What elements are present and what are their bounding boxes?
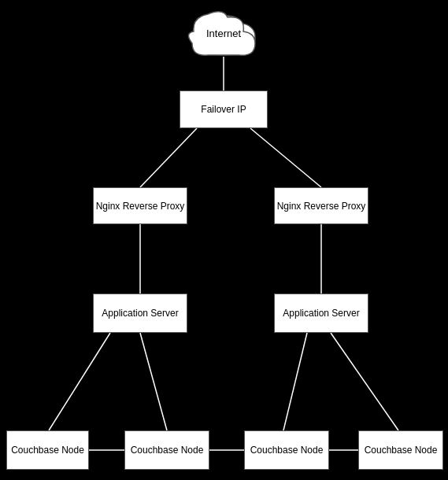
- couch4-label: Couchbase Node: [365, 445, 438, 456]
- couchbase-node-2: Couchbase Node: [124, 430, 209, 470]
- svg-line-1: [140, 128, 197, 187]
- svg-line-8: [331, 333, 398, 430]
- svg-line-7: [283, 333, 307, 430]
- couch1-label: Couchbase Node: [11, 445, 84, 456]
- app-server-right-node: Application Server: [274, 294, 368, 333]
- app-right-label: Application Server: [283, 308, 359, 319]
- svg-line-2: [250, 128, 321, 187]
- couchbase-node-4: Couchbase Node: [358, 430, 443, 470]
- failover-label: Failover IP: [201, 104, 246, 115]
- app-server-left-node: Application Server: [93, 294, 187, 333]
- couchbase-node-3: Couchbase Node: [244, 430, 329, 470]
- svg-line-5: [49, 333, 110, 430]
- svg-line-6: [140, 333, 167, 430]
- connection-lines: [0, 0, 448, 480]
- couch3-label: Couchbase Node: [250, 445, 324, 456]
- internet-node: Internet: [184, 6, 263, 60]
- couchbase-node-1: Couchbase Node: [6, 430, 89, 470]
- app-left-label: Application Server: [102, 308, 178, 319]
- couch2-label: Couchbase Node: [131, 445, 204, 456]
- architecture-diagram: Internet Failover IP Nginx Reverse Proxy…: [0, 0, 448, 480]
- internet-label: Internet: [206, 28, 241, 39]
- nginx-left-node: Nginx Reverse Proxy: [93, 187, 187, 224]
- nginx-right-node: Nginx Reverse Proxy: [274, 187, 368, 224]
- failover-node: Failover IP: [180, 90, 268, 128]
- nginx-right-label: Nginx Reverse Proxy: [277, 201, 366, 212]
- nginx-left-label: Nginx Reverse Proxy: [96, 201, 185, 212]
